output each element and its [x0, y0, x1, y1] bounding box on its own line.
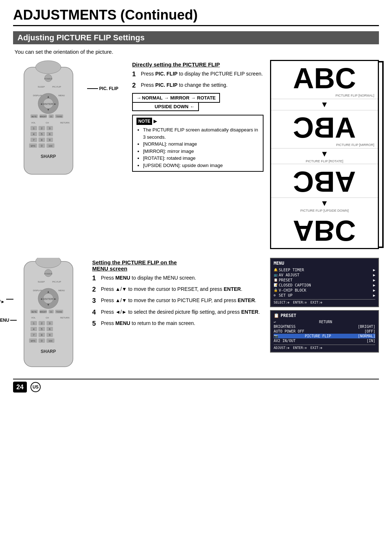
av-icon: 📺 [274, 273, 279, 277]
setup-arrow: ▶ [373, 293, 375, 297]
abc-mirror-text: ABC [293, 113, 356, 142]
abc-rotate-section: ABC [271, 164, 378, 198]
brightness-value: [BRIGHT] [358, 325, 375, 329]
menu-step-1-bold: MENU [115, 275, 130, 281]
preset-item-return: ↩ RETURN [274, 320, 375, 324]
menu-step-1-text: Press MENU to display the MENU screen. [101, 275, 264, 283]
directly-title: Directly setting the PICTURE FLIP [132, 61, 264, 68]
return-label: RETURN [319, 320, 332, 324]
pictureflip-value: [NORMAL] [358, 334, 375, 338]
svg-text:RETURN: RETURN [60, 317, 69, 319]
step-2: 2 Press PIC. FLIP to change the setting. [132, 82, 264, 90]
svg-text:▲: ▲ [47, 290, 50, 293]
remote-2-image: POWER SLEEP PIC.FLIP ▲ ▼ ◄ ► ENTER DISPL… [13, 258, 84, 370]
down-arrow-3: ▼ [271, 198, 378, 209]
down-arrow-1: ▼ [271, 99, 378, 110]
svg-text:3: 3 [49, 127, 50, 130]
middle-column: Directly setting the PICTURE FLIP 1 Pres… [132, 60, 264, 249]
page-number: 24 [13, 382, 27, 393]
pictureflip-icon: 📷 [274, 334, 278, 338]
svg-text:BRIGHT: BRIGHT [40, 115, 47, 118]
svg-text:TV/VID: TV/VID [56, 115, 62, 118]
preset-screen-title: 📋 PRESET [274, 313, 375, 318]
svg-text:PIC.FLIP: PIC.FLIP [52, 86, 61, 88]
svg-text:SLEEP: SLEEP [38, 86, 45, 88]
menu-step-5: 5 Press MENU to return to the main scree… [92, 320, 264, 328]
svg-point-1 [36, 61, 61, 74]
svg-text:2: 2 [41, 127, 42, 130]
vchip-arrow: ▶ [373, 288, 375, 292]
svg-text:SLEEP: SLEEP [38, 281, 45, 283]
setup-icon: ⚙ [274, 293, 279, 297]
flow-upside: UPSIDE DOWN [155, 104, 188, 109]
av-arrow: ▶ [373, 273, 375, 277]
cc-label: CLOSED CAPTION [279, 283, 311, 287]
svg-text:1: 1 [33, 322, 34, 325]
note-arrow: ▶ [154, 118, 157, 125]
menu-step-4: 4 Press ◄/► to select the desired pictur… [92, 309, 264, 317]
svg-text:7: 7 [33, 139, 34, 141]
main-title: ADJUSTMENTS (Continued) [13, 7, 379, 26]
vchip-icon: 🔒 [274, 288, 279, 292]
step-1: 1 Press PIC. FLIP to display the PICTURE… [132, 70, 264, 79]
abc-panel: ABC PICTURE FLIP [NORMAL] ▼ ABC PICTURE … [270, 60, 379, 249]
svg-text:◄: ◄ [40, 297, 43, 301]
menu-step-5-bold: MENU [115, 320, 130, 326]
menu-screen-footer: SELECT:⊕ ENTER:⊙ EXIT:⊗ [274, 299, 375, 304]
abc-normal-text: ABC [275, 64, 374, 93]
svg-text:MUTE: MUTE [32, 115, 37, 118]
autopower-value: [OFF] [364, 329, 375, 333]
svg-text:ENTER: ENTER [43, 297, 53, 301]
note-title: NOTE ▶ [136, 118, 259, 125]
sleep-arrow: ▶ [373, 268, 375, 272]
bottom-middle-column: Setting the PICTURE FLIP on the MENU scr… [92, 258, 264, 371]
svg-text:RETURN: RETURN [60, 122, 69, 124]
down-arrow-2: ▼ [271, 149, 378, 159]
menu-step-2-num: 2 [92, 285, 99, 294]
svg-text:POWER: POWER [44, 78, 53, 80]
menu-item-sleep: 🔔 SLEEP TIMER ▶ [274, 267, 375, 272]
av-label: AV ADJUST [279, 273, 299, 277]
menu-screen: MENU 🔔 SLEEP TIMER ▶ 📺 AV ADJUST ▶ 📋 PRE… [270, 258, 379, 307]
menu-step-3: 3 Press ▲/▼ to move the cursor to PICTUR… [92, 297, 264, 305]
preset-icon: 📋 [274, 278, 279, 282]
svg-text:5: 5 [41, 133, 42, 135]
intro-text: You can set the orientation of the pictu… [15, 49, 379, 55]
svg-text:9: 9 [49, 139, 50, 141]
menu-step-2-bold: ENTER [224, 286, 241, 292]
preset-arrow: ▶ [373, 278, 375, 282]
abc-normal-section: ABC PICTURE FLIP [NORMAL] [271, 61, 378, 99]
menu-step-3-bold: ENTER [238, 297, 255, 303]
svg-text:3: 3 [49, 322, 50, 325]
svg-text:SHARP: SHARP [41, 349, 56, 354]
top-section: POWER SLEEP PIC.FLIP ▲ ▼ ◄ ► ENTER DISPL… [13, 60, 379, 249]
svg-text:▲: ▲ [47, 95, 50, 98]
brightness-label: BRIGHTNESS [274, 325, 295, 329]
menu-screen-title: MENU [274, 261, 375, 266]
note-item-3: [MIRROR]: mirror image [143, 148, 259, 155]
svg-text:MENU: MENU [58, 94, 65, 97]
remote-area: POWER SLEEP PIC.FLIP ▲ ▼ ◄ ► ENTER DISPL… [13, 60, 84, 181]
svg-text:5: 5 [41, 328, 42, 330]
flow-arrow-1: → [164, 95, 169, 101]
setting-title: Setting the PICTURE FLIP on the MENU scr… [92, 259, 264, 272]
step-2-text: Press PIC. FLIP to change the setting. [141, 82, 264, 90]
menu-line [10, 320, 17, 321]
preset-enter-text: ENTER:⊙ [293, 346, 307, 350]
svg-text:DISPLAY: DISPLAY [33, 94, 42, 97]
svg-text:1: 1 [33, 127, 34, 130]
menu-label: MENU [0, 318, 9, 323]
svg-text:2: 2 [41, 322, 42, 325]
note-item-2: [NORMAL]: normal image [143, 141, 259, 148]
remote-control-image: POWER SLEEP PIC.FLIP ▲ ▼ ◄ ► ENTER DISPL… [13, 60, 84, 180]
flow-arrow-start: → [136, 95, 141, 101]
preset-item-brightness: BRIGHTNESS [BRIGHT] [274, 324, 375, 329]
abc-upside-text: ABC [293, 216, 356, 245]
enter-label-text: ENTER/ ▲/▼/◄/► [0, 294, 5, 304]
menu-step-3-text: Press ▲/▼ to move the cursor to PICTURE … [101, 297, 264, 305]
svg-text:DISPLAY: DISPLAY [33, 289, 42, 292]
menu-step-3-num: 3 [92, 296, 99, 305]
abc-rotate-text: ABC [293, 167, 356, 196]
svg-text:CC: CC [50, 311, 53, 313]
pic-flip-arrow-line [87, 88, 98, 89]
